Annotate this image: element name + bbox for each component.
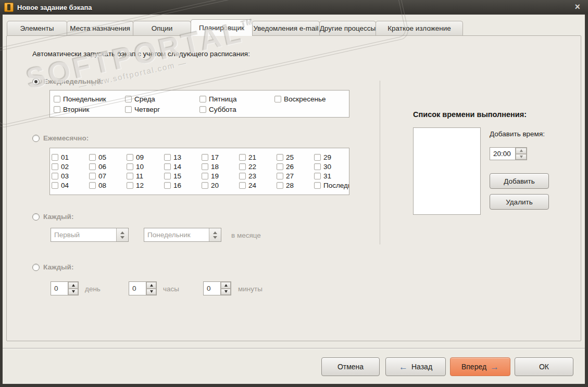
monthday-checkbox-22[interactable]: 22 bbox=[239, 162, 277, 171]
ok-button[interactable]: ОК bbox=[515, 357, 573, 376]
monthday-checkbox-28[interactable]: 28 bbox=[277, 180, 314, 190]
monthday-checkbox-05[interactable]: 05 bbox=[89, 152, 127, 162]
up-arrow-icon[interactable] bbox=[516, 148, 527, 154]
ordinal-select-value: Первый bbox=[51, 228, 116, 241]
radio-weekly[interactable]: Ежеднедельный: bbox=[32, 78, 104, 85]
weekday-checkbox-thursday[interactable]: Четверг bbox=[125, 104, 199, 114]
ordinal-select[interactable]: Первый bbox=[51, 228, 129, 242]
checkbox-box bbox=[202, 173, 208, 179]
tab-options[interactable]: Опции bbox=[133, 21, 191, 35]
monthday-checkbox-18[interactable]: 18 bbox=[202, 162, 239, 171]
interval-minutes-stepper[interactable]: 0 bbox=[203, 281, 231, 295]
down-arrow-icon[interactable] bbox=[221, 289, 231, 295]
weekday-select[interactable]: Понедельник bbox=[144, 228, 221, 242]
monthday-checkbox-01[interactable]: 01 bbox=[52, 152, 89, 162]
monthday-checkbox-19[interactable]: 19 bbox=[202, 171, 239, 180]
weekday-checkbox-friday[interactable]: Пятница bbox=[199, 94, 274, 104]
monthday-checkbox-13[interactable]: 13 bbox=[164, 152, 202, 162]
checkbox-box bbox=[239, 163, 246, 170]
monthday-checkbox-02[interactable]: 02 bbox=[52, 162, 89, 171]
interval-days-stepper[interactable]: 0 bbox=[51, 281, 79, 295]
up-arrow-icon[interactable] bbox=[146, 282, 156, 289]
tab-label: Места назначения bbox=[70, 24, 130, 32]
monthday-checkbox-26[interactable]: 26 bbox=[277, 162, 314, 171]
up-arrow-icon[interactable] bbox=[68, 282, 78, 289]
tab-elements[interactable]: Элементы bbox=[7, 21, 67, 35]
checkbox-box bbox=[202, 154, 208, 161]
tab-scheduler[interactable]: Планировщик bbox=[191, 19, 253, 36]
interval-days-value: 0 bbox=[51, 282, 68, 295]
close-icon[interactable]: × bbox=[574, 2, 580, 12]
time-input-stepper[interactable]: 20:00 bbox=[490, 147, 527, 160]
monthday-checkbox-07[interactable]: 07 bbox=[89, 171, 127, 180]
ordinal-select-arrows-icon[interactable] bbox=[116, 228, 128, 241]
in-month-label: в месяце bbox=[231, 231, 261, 239]
monthday-checkbox-03[interactable]: 03 bbox=[52, 171, 89, 180]
checkbox-box bbox=[277, 173, 283, 179]
monthday-checkbox-30[interactable]: 30 bbox=[314, 162, 349, 171]
monthday-checkbox-21[interactable]: 21 bbox=[239, 152, 277, 162]
back-button[interactable]: ← Назад bbox=[385, 357, 446, 376]
add-time-label: Добавить время: bbox=[490, 130, 545, 138]
monthday-checkbox-12[interactable]: 12 bbox=[127, 180, 164, 190]
weekday-checkbox-sunday[interactable]: Воскресенье bbox=[274, 94, 349, 104]
checkbox-box bbox=[89, 163, 96, 170]
monthday-checkbox-last[interactable]: Последний bbox=[314, 180, 349, 190]
checkbox-box bbox=[314, 182, 321, 189]
delete-time-button[interactable]: Удалить bbox=[490, 194, 549, 210]
cancel-button[interactable]: Отмена bbox=[321, 357, 380, 376]
monthday-checkbox-23[interactable]: 23 bbox=[239, 171, 277, 180]
checkbox-box bbox=[277, 182, 283, 189]
checkbox-box bbox=[52, 182, 58, 189]
monthday-checkbox-25[interactable]: 25 bbox=[277, 152, 314, 162]
weekday-checkbox-wednesday[interactable]: Среда bbox=[125, 94, 199, 104]
weekday-checkbox-saturday[interactable]: Суббота bbox=[199, 104, 274, 114]
monthday-checkbox-08[interactable]: 08 bbox=[89, 180, 127, 190]
monthday-checkbox-31[interactable]: 31 bbox=[314, 171, 349, 180]
tab-email-notifications[interactable]: Уведомления e-mail bbox=[252, 21, 320, 35]
radio-interval[interactable]: Каждый: bbox=[32, 263, 73, 271]
monthday-checkbox-27[interactable]: 27 bbox=[277, 171, 314, 180]
monthday-checkbox-24[interactable]: 24 bbox=[239, 180, 277, 190]
monthday-checkbox-04[interactable]: 04 bbox=[52, 180, 89, 190]
monthday-checkbox-09[interactable]: 09 bbox=[127, 152, 164, 162]
add-time-button[interactable]: Добавить bbox=[490, 173, 549, 189]
time-list-box[interactable] bbox=[413, 127, 481, 215]
checkbox-box bbox=[239, 182, 246, 189]
down-arrow-icon[interactable] bbox=[516, 154, 527, 160]
tab-summary[interactable]: Краткое изложение bbox=[376, 21, 463, 35]
tab-destinations[interactable]: Места назначения bbox=[67, 21, 133, 35]
monthday-checkbox-11[interactable]: 11 bbox=[127, 171, 164, 180]
radio-monthly-circle bbox=[32, 135, 40, 142]
monthday-checkbox-17[interactable]: 17 bbox=[202, 152, 239, 162]
interval-hours-stepper[interactable]: 0 bbox=[129, 281, 157, 295]
checkbox-box bbox=[164, 163, 171, 170]
radio-interval-label: Каждый: bbox=[43, 263, 73, 271]
weekday-select-arrows-icon[interactable] bbox=[209, 228, 221, 241]
down-arrow-icon bbox=[120, 236, 124, 239]
checkbox-box bbox=[277, 154, 283, 161]
weekday-checkbox-monday[interactable]: Понедельник bbox=[54, 94, 125, 104]
monthday-checkbox-15[interactable]: 15 bbox=[164, 171, 202, 180]
checkbox-box bbox=[127, 173, 133, 179]
monthday-checkbox-14[interactable]: 14 bbox=[164, 162, 202, 171]
weekday-checkbox-tuesday[interactable]: Вторник bbox=[54, 104, 125, 114]
up-arrow-icon[interactable] bbox=[221, 282, 231, 289]
monthday-checkbox-16[interactable]: 16 bbox=[164, 180, 202, 190]
monthday-checkbox-29[interactable]: 29 bbox=[314, 152, 349, 162]
checkbox-box bbox=[314, 173, 321, 179]
down-arrow-icon[interactable] bbox=[68, 289, 78, 295]
monthday-checkbox-10[interactable]: 10 bbox=[127, 162, 164, 171]
monthday-checkbox-06[interactable]: 06 bbox=[89, 162, 127, 171]
forward-button[interactable]: Вперед → bbox=[450, 357, 510, 376]
radio-monthly-weekday[interactable]: Каждый: bbox=[32, 213, 73, 221]
schedule-intro-label: Автоматически запускать бэкап с учетом с… bbox=[32, 50, 250, 58]
checkbox-box bbox=[202, 182, 208, 189]
down-arrow-icon[interactable] bbox=[146, 289, 156, 295]
radio-monthly[interactable]: Ежемесячно: bbox=[32, 134, 89, 142]
tab-other-processes[interactable]: Другие процессы bbox=[319, 21, 376, 35]
monthday-checkbox-20[interactable]: 20 bbox=[202, 180, 239, 190]
ok-button-label: ОК bbox=[539, 363, 549, 371]
back-arrow-icon: ← bbox=[399, 363, 408, 371]
checkbox-box bbox=[239, 154, 246, 161]
